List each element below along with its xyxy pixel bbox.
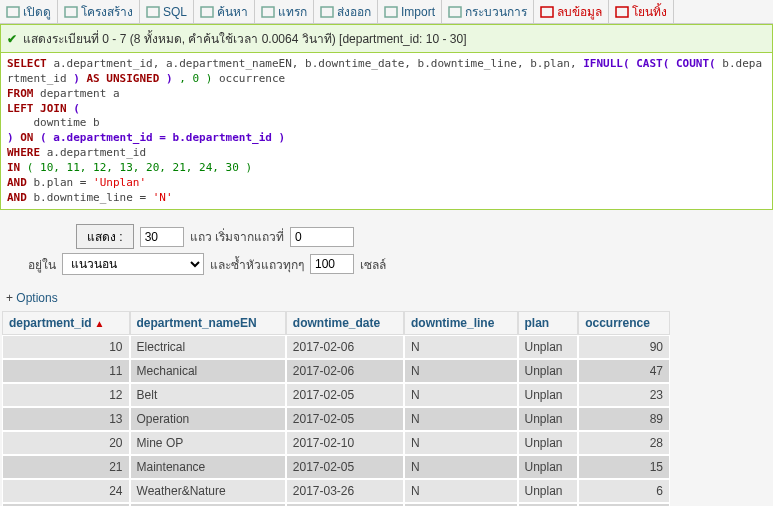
tab-label: เปิดดู [23,2,51,21]
table-cell: Unplan [518,479,579,503]
repeat-input[interactable] [310,254,354,274]
table-cell: 20 [2,431,130,455]
column-header[interactable]: occurrence [578,311,670,335]
tab-item[interactable]: กระบวนการ [442,0,534,23]
check-icon: ✔ [7,32,17,46]
tab-item[interactable]: แทรก [255,0,314,23]
table-cell: N [404,479,518,503]
table-cell: 15 [578,455,670,479]
tab-label: กระบวนการ [465,2,527,21]
tab-item[interactable]: เปิดดู [0,0,58,23]
tab-item[interactable]: โครงสร้าง [58,0,140,23]
table-cell: Unplan [518,359,579,383]
success-text: แสดงระเบียนที่ 0 - 7 (8 ทั้งหมด, คำค้นใช… [23,29,466,48]
table-cell: N [404,359,518,383]
table-cell: 2017-02-05 [286,455,404,479]
table-cell: N [404,455,518,479]
sql-box: SELECT a.department_id, a.department_nam… [0,53,773,210]
results-table: department_id ▲department_nameENdowntime… [2,311,670,506]
sort-asc-icon: ▲ [92,318,105,329]
table-row[interactable]: 13Operation2017-02-05NUnplan89 [2,407,670,431]
tab-item[interactable]: ค้นหา [194,0,255,23]
table-cell: 90 [578,335,670,359]
table-cell: Unplan [518,455,579,479]
success-box: ✔ แสดงระเบียนที่ 0 - 7 (8 ทั้งหมด, คำค้น… [0,24,773,53]
tab-item[interactable]: ส่งออก [314,0,378,23]
table-cell: 6 [578,479,670,503]
table-cell: 2017-03-26 [286,479,404,503]
svg-rect-0 [7,7,19,17]
table-row[interactable]: 11Mechanical2017-02-06NUnplan47 [2,359,670,383]
orientation-select[interactable]: แนวนอน [62,253,204,275]
repeat-headers-label: และซ้ำหัวแถวทุกๆ [210,255,304,274]
table-row[interactable]: 10Electrical2017-02-06NUnplan90 [2,335,670,359]
tab-icon [200,6,214,18]
table-row[interactable]: 20Mine OP2017-02-10NUnplan28 [2,431,670,455]
table-row[interactable]: 21Maintenance2017-02-05NUnplan15 [2,455,670,479]
svg-rect-5 [321,7,333,17]
table-cell: 47 [578,359,670,383]
table-cell: Mine OP [130,431,286,455]
table-row[interactable]: 24Weather&Nature2017-03-26NUnplan6 [2,479,670,503]
table-cell: 23 [578,383,670,407]
svg-rect-9 [616,7,628,17]
table-cell: Operation [130,407,286,431]
table-cell: 2017-02-05 [286,383,404,407]
show-button[interactable]: แสดง : [76,224,134,249]
svg-rect-7 [449,7,461,17]
table-cell: 13 [2,407,130,431]
table-cell: Weather&Nature [130,479,286,503]
svg-rect-8 [541,7,553,17]
svg-rect-4 [262,7,274,17]
table-cell: 21 [2,455,130,479]
table-cell: 28 [578,431,670,455]
tab-item[interactable]: ลบข้อมูล [534,0,609,23]
table-cell: N [404,383,518,407]
table-cell: Belt [130,383,286,407]
tab-icon [384,6,398,18]
cells-label: เซลล์ [360,255,386,274]
column-header[interactable]: department_nameEN [130,311,286,335]
table-cell: 10 [2,335,130,359]
tab-item[interactable]: โยนทิ้ง [609,0,674,23]
options-toggle[interactable]: + Options [0,289,773,311]
tab-icon [64,6,78,18]
tab-label: โยนทิ้ง [632,2,667,21]
tab-item[interactable]: SQL [140,0,194,23]
svg-rect-2 [147,7,159,17]
svg-rect-6 [385,7,397,17]
tab-icon [615,6,629,18]
column-header[interactable]: plan [518,311,579,335]
column-header[interactable]: downtime_line [404,311,518,335]
table-cell: Maintenance [130,455,286,479]
tab-label: แทรก [278,2,307,21]
tab-label: Import [401,5,435,19]
table-cell: 2017-02-10 [286,431,404,455]
tab-icon [540,6,554,18]
table-cell: 89 [578,407,670,431]
tab-item[interactable]: Import [378,0,442,23]
table-row[interactable]: 12Belt2017-02-05NUnplan23 [2,383,670,407]
tab-label: SQL [163,5,187,19]
tab-icon [448,6,462,18]
start-at-label: แถว เริ่มจากแถวที่ [190,227,284,246]
column-header[interactable]: department_id ▲ [2,311,130,335]
svg-rect-1 [65,7,77,17]
table-cell: Unplan [518,431,579,455]
svg-rect-3 [201,7,213,17]
tab-icon [146,6,160,18]
table-cell: Unplan [518,407,579,431]
pagination-controls: แสดง : แถว เริ่มจากแถวที่ อยู่ใน แนวนอน … [0,210,773,289]
column-header[interactable]: downtime_date [286,311,404,335]
start-at-input[interactable] [290,227,354,247]
table-cell: Unplan [518,335,579,359]
tab-label: ลบข้อมูล [557,2,602,21]
in-label: อยู่ใน [28,255,56,274]
limit-input[interactable] [140,227,184,247]
table-cell: 2017-02-05 [286,407,404,431]
table-cell: 2017-02-06 [286,335,404,359]
tab-icon [320,6,334,18]
tab-strip: เปิดดูโครงสร้างSQLค้นหาแทรกส่งออกImportก… [0,0,773,24]
table-cell: Unplan [518,383,579,407]
table-cell: Mechanical [130,359,286,383]
